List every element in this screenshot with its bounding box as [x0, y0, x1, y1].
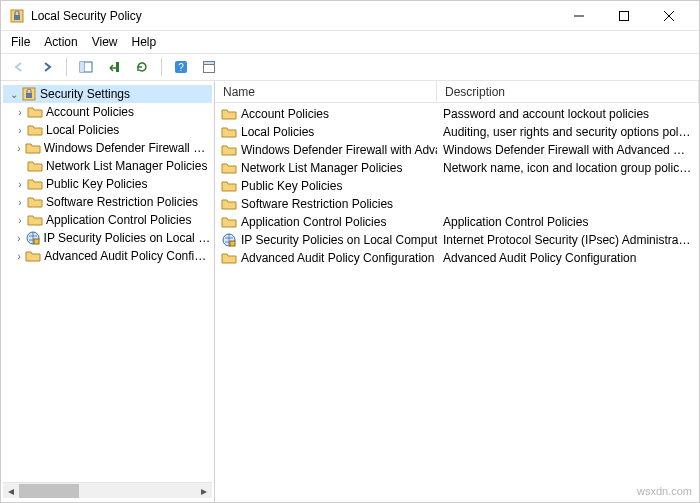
scroll-thumb[interactable] — [19, 484, 79, 498]
column-header-description[interactable]: Description — [437, 81, 699, 102]
menu-view[interactable]: View — [92, 35, 118, 49]
svg-rect-3 — [619, 11, 628, 20]
item-name: Application Control Policies — [241, 215, 386, 229]
list-pane: Name Description Account PoliciesPasswor… — [215, 81, 699, 502]
tree-root-security-settings[interactable]: ⌄ Security Settings — [3, 85, 212, 103]
item-description: Password and account lockout policies — [437, 107, 699, 121]
tree-item[interactable]: ›Advanced Audit Policy Configuration — [3, 247, 212, 265]
svg-rect-8 — [80, 62, 84, 72]
refresh-button[interactable] — [130, 56, 154, 78]
horizontal-scrollbar[interactable]: ◂ ▸ — [3, 482, 212, 498]
expand-icon[interactable]: › — [13, 179, 27, 190]
export-list-button[interactable] — [102, 56, 126, 78]
tree-item[interactable]: ›IP Security Policies on Local Compute — [3, 229, 212, 247]
collapse-icon[interactable]: ⌄ — [7, 89, 21, 100]
folder-icon — [25, 140, 41, 156]
svg-text:?: ? — [178, 62, 184, 73]
help-button[interactable]: ? — [169, 56, 193, 78]
menubar: File Action View Help — [1, 31, 699, 53]
scroll-right-icon[interactable]: ▸ — [196, 484, 212, 498]
app-icon — [9, 8, 25, 24]
expand-icon[interactable]: › — [13, 215, 27, 226]
item-name: Local Policies — [241, 125, 314, 139]
content-area: ⌄ Security Settings ›Account Policies›Lo… — [1, 81, 699, 502]
close-button[interactable] — [646, 2, 691, 30]
svg-rect-13 — [204, 62, 215, 65]
folder-icon — [221, 196, 237, 212]
list-item[interactable]: Network List Manager PoliciesNetwork nam… — [215, 159, 699, 177]
expand-icon[interactable]: › — [13, 143, 25, 154]
properties-button[interactable] — [197, 56, 221, 78]
expand-icon[interactable]: › — [13, 197, 27, 208]
list-item[interactable]: Application Control PoliciesApplication … — [215, 213, 699, 231]
toolbar-separator — [66, 58, 67, 76]
minimize-button[interactable] — [556, 2, 601, 30]
tree-label: Local Policies — [46, 123, 119, 137]
tree-item[interactable]: ›Local Policies — [3, 121, 212, 139]
tree-label: Network List Manager Policies — [46, 159, 207, 173]
tree-label: Security Settings — [40, 87, 130, 101]
forward-button[interactable] — [35, 56, 59, 78]
folder-icon — [221, 124, 237, 140]
item-description: Windows Defender Firewall with Advanced … — [437, 143, 699, 157]
tree-label: IP Security Policies on Local Compute — [44, 231, 212, 245]
expand-icon[interactable]: › — [13, 125, 27, 136]
tree-label: Public Key Policies — [46, 177, 147, 191]
svg-rect-9 — [116, 62, 119, 72]
svg-rect-15 — [26, 93, 32, 98]
tree-label: Application Control Policies — [46, 213, 191, 227]
back-button[interactable] — [7, 56, 31, 78]
folder-icon — [27, 122, 43, 138]
item-description: Application Control Policies — [437, 215, 699, 229]
show-hide-tree-button[interactable] — [74, 56, 98, 78]
list-item[interactable]: Windows Defender Firewall with Advanc…Wi… — [215, 141, 699, 159]
folder-icon — [27, 176, 43, 192]
item-name: Windows Defender Firewall with Advanc… — [241, 143, 437, 157]
item-name: Public Key Policies — [241, 179, 342, 193]
svg-rect-17 — [34, 239, 39, 244]
maximize-button[interactable] — [601, 2, 646, 30]
menu-file[interactable]: File — [11, 35, 30, 49]
tree-label: Account Policies — [46, 105, 134, 119]
expand-icon[interactable]: › — [13, 107, 27, 118]
menu-action[interactable]: Action — [44, 35, 77, 49]
toolbar-separator — [161, 58, 162, 76]
window-controls — [556, 2, 691, 30]
toolbar: ? — [1, 53, 699, 81]
list-item[interactable]: Account PoliciesPassword and account loc… — [215, 105, 699, 123]
tree-label: Windows Defender Firewall with Adva — [44, 141, 212, 155]
list-body: Account PoliciesPassword and account loc… — [215, 103, 699, 502]
window-title: Local Security Policy — [31, 9, 556, 23]
tree-item[interactable]: ›Application Control Policies — [3, 211, 212, 229]
expand-icon[interactable]: › — [13, 251, 25, 262]
list-item[interactable]: Public Key Policies — [215, 177, 699, 195]
tree-item[interactable]: ›Windows Defender Firewall with Adva — [3, 139, 212, 157]
tree-item[interactable]: ›Software Restriction Policies — [3, 193, 212, 211]
tree-items: ⌄ Security Settings ›Account Policies›Lo… — [3, 85, 212, 482]
item-name: Advanced Audit Policy Configuration — [241, 251, 434, 265]
tree-item[interactable]: Network List Manager Policies — [3, 157, 212, 175]
item-name: Account Policies — [241, 107, 329, 121]
menu-help[interactable]: Help — [132, 35, 157, 49]
tree-pane: ⌄ Security Settings ›Account Policies›Lo… — [1, 81, 215, 502]
list-item[interactable]: Advanced Audit Policy ConfigurationAdvan… — [215, 249, 699, 267]
scroll-left-icon[interactable]: ◂ — [3, 484, 19, 498]
expand-icon[interactable]: › — [13, 233, 25, 244]
security-settings-icon — [21, 86, 37, 102]
item-description: Internet Protocol Security (IPsec) Admin… — [437, 233, 699, 247]
list-item[interactable]: Software Restriction Policies — [215, 195, 699, 213]
tree-item[interactable]: ›Public Key Policies — [3, 175, 212, 193]
item-description: Auditing, user rights and security optio… — [437, 125, 699, 139]
tree-label: Software Restriction Policies — [46, 195, 198, 209]
folder-icon — [221, 142, 237, 158]
list-item[interactable]: IP Security Policies on Local ComputerIn… — [215, 231, 699, 249]
column-header-name[interactable]: Name — [215, 81, 437, 102]
list-item[interactable]: Local PoliciesAuditing, user rights and … — [215, 123, 699, 141]
item-description: Network name, icon and location group po… — [437, 161, 699, 175]
scroll-track[interactable] — [19, 484, 196, 498]
tree-item[interactable]: ›Account Policies — [3, 103, 212, 121]
titlebar: Local Security Policy — [1, 1, 699, 31]
window: Local Security Policy File Action View H… — [0, 0, 700, 503]
folder-icon — [221, 106, 237, 122]
folder-icon — [221, 160, 237, 176]
